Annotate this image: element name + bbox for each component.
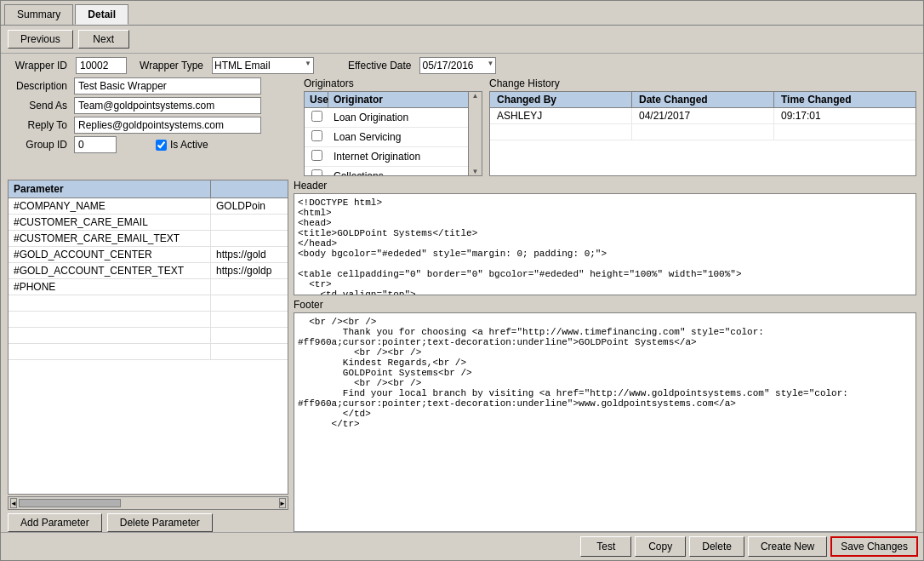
orig-row-3: Collections: [305, 167, 468, 175]
parameter-panel: Parameter #COMPANY_NAME GOLDPoin #CUSTOM…: [8, 180, 288, 532]
reply-to-row: Reply To: [8, 117, 288, 134]
ch-cell-empty-1c: [774, 124, 915, 140]
send-as-input[interactable]: [74, 97, 261, 114]
orig-checkbox-3[interactable]: [311, 169, 322, 175]
ch-cell-date-0: 04/21/2017: [632, 108, 774, 123]
param-row-0[interactable]: #COMPANY_NAME GOLDPoin: [9, 198, 288, 215]
orig-checkbox-2[interactable]: [311, 150, 322, 161]
originators-inner: Use Originator Loan Origination Loan Ser…: [305, 92, 468, 175]
orig-row-0: Loan Origination: [305, 108, 468, 128]
parameter-table-header: Parameter: [9, 180, 288, 198]
main-content: Description Send As Reply To Group ID: [1, 77, 923, 532]
scroll-right-arrow[interactable]: ►: [279, 498, 286, 508]
param-col-name: Parameter: [9, 180, 211, 197]
param-h-scrollbar[interactable]: ◄ ►: [8, 496, 288, 510]
is-active-checkbox[interactable]: [156, 140, 167, 151]
effective-date-select-wrapper: 05/17/2016: [419, 57, 496, 74]
bottom-bar: Test Copy Delete Create New Save Changes: [1, 532, 923, 560]
effective-date-select[interactable]: 05/17/2016: [419, 57, 496, 74]
change-history-header: Changed By Date Changed Time Changed: [490, 92, 915, 108]
param-row-3[interactable]: #GOLD_ACCOUNT_CENTER https://gold: [9, 247, 288, 263]
ch-cell-time-0: 09:17:01: [774, 108, 915, 123]
param-value-6: [211, 295, 288, 311]
footer-textarea[interactable]: <br /><br /> Thank you for choosing <a h…: [294, 312, 916, 532]
group-id-input[interactable]: [74, 136, 117, 153]
scroll-up-arrow: ▲: [472, 92, 479, 100]
scroll-thumb: [19, 499, 121, 507]
test-button[interactable]: Test: [580, 536, 631, 557]
delete-button[interactable]: Delete: [689, 536, 744, 557]
param-name-1: #CUSTOMER_CARE_EMAIL: [9, 215, 211, 230]
orig-checkbox-0[interactable]: [311, 111, 322, 122]
wrapper-id-input[interactable]: [76, 57, 127, 74]
originators-label: Originators: [304, 77, 482, 89]
orig-name-2: Internet Origination: [328, 150, 468, 163]
change-history-label: Change History: [489, 77, 916, 89]
orig-col-originator: Originator: [328, 92, 468, 107]
param-value-7: [211, 312, 288, 327]
parameter-table-body: #COMPANY_NAME GOLDPoin #CUSTOMER_CARE_EM…: [9, 198, 288, 494]
param-value-9: [211, 344, 288, 359]
copy-button[interactable]: Copy: [635, 536, 686, 557]
header-section: Header <!DOCTYPE html> <html> <head> <ti…: [294, 180, 916, 295]
originators-header: Use Originator: [305, 92, 468, 108]
add-parameter-button[interactable]: Add Parameter: [8, 513, 102, 532]
description-input[interactable]: [74, 77, 261, 94]
param-row-7[interactable]: [9, 312, 288, 328]
effective-date-label: Effective Date: [348, 60, 411, 72]
orig-check-2: [305, 149, 328, 164]
is-active-label: Is Active: [156, 139, 208, 151]
wrapper-id-label: Wrapper ID: [8, 60, 67, 72]
ch-cell-empty-1a: [490, 124, 632, 140]
reply-to-input[interactable]: [74, 117, 261, 134]
send-as-label: Send As: [8, 100, 67, 112]
originators-table: Use Originator Loan Origination Loan Ser…: [304, 91, 482, 176]
scroll-track: [19, 498, 277, 508]
delete-parameter-button[interactable]: Delete Parameter: [107, 513, 213, 532]
param-row-2[interactable]: #CUSTOMER_CARE_EMAIL_TEXT: [9, 231, 288, 247]
change-history-panel: Change History Changed By Date Changed T…: [489, 77, 916, 176]
orig-check-3: [305, 169, 328, 175]
orig-row-2: Internet Origination: [305, 147, 468, 167]
orig-checkbox-1[interactable]: [311, 130, 322, 141]
param-col-value: [211, 180, 288, 197]
param-name-9: [9, 344, 211, 359]
param-row-6[interactable]: [9, 295, 288, 312]
ch-col-changed-by: Changed By: [490, 92, 632, 107]
param-row-9[interactable]: [9, 344, 288, 360]
header-label: Header: [294, 180, 916, 192]
description-row: Description: [8, 77, 288, 94]
orig-name-3: Collections: [328, 169, 468, 175]
group-id-row: Group ID Is Active: [8, 136, 288, 153]
orig-name-1: Loan Servicing: [328, 130, 468, 144]
param-row-8[interactable]: [9, 328, 288, 344]
header-textarea[interactable]: <!DOCTYPE html> <html> <head> <title>GOL…: [294, 193, 916, 295]
originators-scrollbar[interactable]: ▲ ▼: [468, 92, 482, 175]
send-as-row: Send As: [8, 97, 288, 114]
param-row-5[interactable]: #PHONE: [9, 279, 288, 295]
previous-button[interactable]: Previous: [8, 30, 73, 49]
form-row-1: Wrapper ID Wrapper Type HTML Email Plain…: [1, 54, 923, 77]
wrapper-type-select[interactable]: HTML Email Plain Text: [212, 57, 314, 74]
ch-col-time-changed: Time Changed: [774, 92, 915, 107]
ch-row-0: ASHLEYJ 04/21/2017 09:17:01: [490, 108, 915, 124]
save-changes-button[interactable]: Save Changes: [830, 536, 918, 557]
param-name-2: #CUSTOMER_CARE_EMAIL_TEXT: [9, 231, 211, 246]
param-row-1[interactable]: #CUSTOMER_CARE_EMAIL: [9, 215, 288, 231]
upper-section: Description Send As Reply To Group ID: [8, 77, 916, 176]
param-actions: Add Parameter Delete Parameter: [8, 510, 288, 532]
orig-col-use: Use: [305, 92, 328, 107]
next-button[interactable]: Next: [78, 30, 129, 49]
create-new-button[interactable]: Create New: [748, 536, 827, 557]
tab-detail[interactable]: Detail: [75, 4, 128, 25]
scroll-left-arrow[interactable]: ◄: [10, 498, 17, 508]
param-value-4: https://goldp: [211, 263, 288, 278]
reply-to-label: Reply To: [8, 119, 67, 131]
param-value-1: [211, 215, 288, 230]
wrapper-type-select-wrapper: HTML Email Plain Text: [212, 57, 314, 74]
parameter-table: Parameter #COMPANY_NAME GOLDPoin #CUSTOM…: [8, 180, 288, 495]
param-row-4[interactable]: #GOLD_ACCOUNT_CENTER_TEXT https://goldp: [9, 263, 288, 279]
tab-summary[interactable]: Summary: [4, 4, 73, 25]
group-id-label: Group ID: [8, 139, 67, 151]
orig-check-0: [305, 110, 328, 125]
